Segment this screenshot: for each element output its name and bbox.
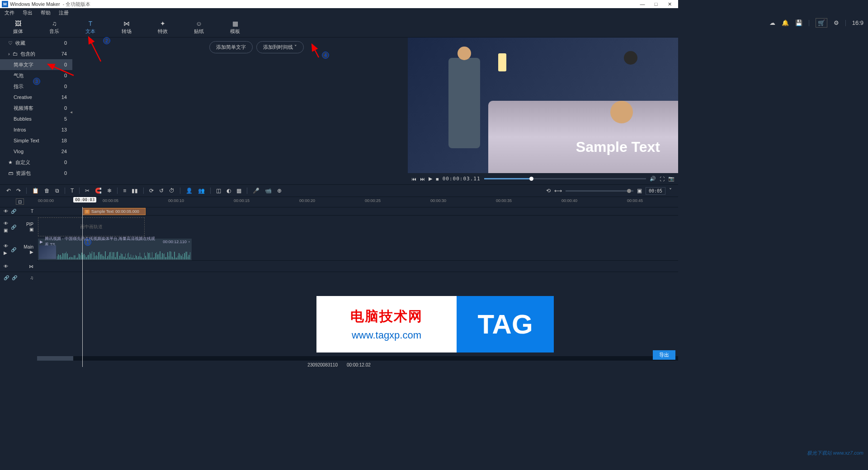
text-tool-icon[interactable]: T	[71, 188, 74, 194]
track-main: 👁▶ 🔗 Main▶ ▶腾讯视频 - 中国领先的在线视频媒体平台,海量高清视频在…	[0, 238, 678, 260]
tab-effect[interactable]: ✦特效	[145, 17, 181, 37]
preview-progress[interactable]	[484, 178, 646, 179]
lock-icon[interactable]: 🔗	[11, 247, 16, 252]
annotation-3: 3	[33, 78, 40, 85]
track-audio: 🔗🔗♫	[0, 272, 678, 283]
effect-icon: ✦	[160, 20, 165, 27]
layers-icon[interactable]: ▣	[4, 228, 8, 233]
dropdown-icon[interactable]: ˅	[669, 188, 672, 194]
tab-transition[interactable]: ⋈转场	[108, 17, 145, 37]
mic-icon[interactable]: 🎤	[253, 188, 259, 194]
freeze-icon[interactable]: ❄	[107, 188, 112, 194]
eye-icon[interactable]: 👁	[4, 264, 8, 269]
sidebar-favorites[interactable]: ♡收藏0	[0, 38, 72, 48]
sidebar-item-vlog[interactable]: Vlog24	[0, 146, 72, 157]
eye-icon[interactable]: 👁	[4, 244, 8, 249]
lock-icon[interactable]: 🔗	[4, 275, 9, 280]
add-to-timeline-button[interactable]: 添加到时间线 ˅	[256, 41, 304, 53]
sidebar-item-creative[interactable]: Creative14	[0, 92, 72, 103]
tab-media[interactable]: 🖼媒体	[0, 17, 36, 37]
app-icon: M	[2, 1, 8, 7]
menu-help[interactable]: 帮助	[41, 9, 51, 16]
export-button[interactable]: 导出	[653, 350, 675, 360]
prev-frame-icon[interactable]: ⏮	[411, 176, 416, 182]
delete-icon[interactable]: 🗑	[44, 188, 50, 194]
waveform	[57, 250, 191, 259]
volume-icon[interactable]: 🔊	[650, 176, 656, 182]
redo-icon[interactable]: ↷	[16, 188, 21, 194]
track-text: 👁🔗T T Sample Text 00:00:05.000	[0, 207, 678, 215]
minimize-button[interactable]: —	[636, 1, 649, 7]
annotation-1: 1	[84, 239, 91, 246]
sidebar-item-vlog-cn[interactable]: 视频博客0	[0, 103, 72, 113]
play-icon[interactable]: ▶	[429, 176, 432, 182]
target-icon[interactable]: ⊕	[277, 188, 282, 194]
link-icon[interactable]: 🔗	[12, 275, 17, 280]
playhead-line[interactable]	[82, 207, 83, 367]
group-icon[interactable]: 👥	[198, 188, 205, 194]
cut-icon[interactable]: ✂	[85, 188, 90, 194]
status-bar: 230920083110 00:00:12.02	[0, 361, 678, 367]
fit-icon[interactable]: ⟷	[554, 188, 562, 194]
sidebar-included[interactable]: ›🗀包含的74	[0, 48, 72, 59]
maximize-button[interactable]: □	[649, 1, 663, 7]
list-icon[interactable]: ≡	[123, 188, 126, 194]
sidebar-item-bubbles[interactable]: Bubbles5	[0, 113, 72, 124]
fit-window-icon[interactable]: ▣	[637, 188, 642, 194]
undo-icon[interactable]: ↶	[6, 188, 11, 194]
eye-icon[interactable]: 👁	[4, 221, 8, 226]
add-simple-text-button[interactable]: 添加简单文字	[209, 41, 253, 53]
watermark: 电脑技术网www.tagxp.com TAG	[316, 296, 554, 352]
sticker-icon: ☺	[196, 20, 202, 27]
clip-menu-icon[interactable]: ▫	[189, 240, 190, 244]
speed-icon[interactable]: ⟳	[149, 188, 154, 194]
svg-line-1	[89, 37, 101, 61]
snapshot-icon[interactable]: 📷	[668, 176, 675, 182]
lock-icon[interactable]: 🔗	[11, 225, 16, 230]
transition-track-icon: ⋈	[29, 264, 33, 269]
tab-sticker[interactable]: ☺贴纸	[181, 17, 217, 37]
menu-register[interactable]: 注册	[59, 9, 69, 16]
crop-icon[interactable]: ⧉	[55, 188, 59, 194]
main-video-clip[interactable]: ▶腾讯视频 - 中国领先的在线视频媒体平台,海量高清视频在线观看.TS00:00…	[38, 239, 192, 260]
video-icon[interactable]: 📹	[265, 188, 272, 194]
text-clip[interactable]: T Sample Text 00:00:05.000	[82, 208, 146, 215]
fullscreen-icon[interactable]: ⛶	[660, 176, 665, 182]
lock-icon[interactable]: 🔗	[11, 209, 16, 214]
sidebar-item-simple-text[interactable]: Simple Text18	[0, 135, 72, 146]
tab-music[interactable]: ♫音乐	[36, 17, 72, 37]
stop-icon[interactable]: ■	[436, 176, 439, 182]
sidebar-custom[interactable]: ★自定义0	[0, 157, 72, 168]
eye-icon[interactable]: 👁	[4, 209, 8, 214]
timeline-ruler[interactable]: 00:00:00 00:00:05 00:00:10 00:00:15 00:0…	[37, 197, 678, 207]
copy-icon[interactable]: 📋	[32, 188, 39, 194]
chevron-down-icon: ˅	[294, 44, 297, 50]
magnet-icon[interactable]: 🧲	[95, 188, 102, 194]
app-name: Windows Movie Maker	[10, 1, 60, 7]
mask-icon[interactable]: ◐	[226, 188, 231, 194]
person-icon[interactable]: 👤	[186, 188, 193, 194]
playhead-marker[interactable]: 00:00:03	[73, 197, 96, 202]
chevron-right-icon: ›	[8, 51, 10, 56]
menu-export[interactable]: 导出	[23, 9, 33, 16]
crop-tool-icon[interactable]: ◫	[216, 188, 221, 194]
mosaic-icon[interactable]: ▦	[236, 188, 241, 194]
play-track-icon[interactable]: ▶	[4, 250, 8, 255]
refresh-icon[interactable]: ⟲	[546, 188, 551, 194]
close-button[interactable]: ✕	[663, 1, 676, 7]
menu-file[interactable]: 文件	[5, 9, 14, 16]
columns-icon[interactable]: ▮▮	[132, 188, 138, 194]
track-transition: 👁⋈	[0, 260, 678, 272]
reverse-icon[interactable]: ↺	[159, 188, 164, 194]
sidebar-item-intros[interactable]: Intros13	[0, 124, 72, 135]
pip-placeholder[interactable]: 画中画轨道	[38, 217, 145, 236]
clip-icon: ▶	[40, 240, 43, 244]
stopwatch-icon[interactable]: ⏱	[169, 188, 175, 194]
zoom-slider[interactable]	[566, 190, 633, 192]
timeline-scrollbar[interactable]	[37, 356, 678, 361]
auto-fit-icon[interactable]: ⊡	[16, 198, 24, 205]
preview-viewport[interactable]: Sample Text	[408, 38, 678, 173]
next-frame-icon[interactable]: ⏭	[420, 176, 425, 182]
sidebar-resourcepack[interactable]: 🗃资源包0	[0, 168, 72, 179]
tab-template[interactable]: ▦模板	[217, 17, 253, 37]
